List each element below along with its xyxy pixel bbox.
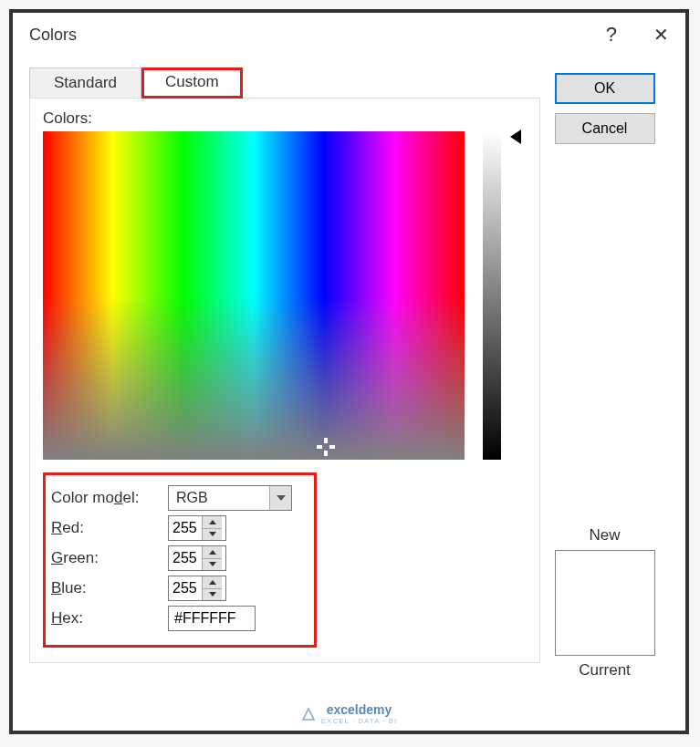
tab-standard[interactable]: Standard	[29, 67, 141, 98]
red-label: Red:	[51, 519, 168, 537]
logo-icon	[301, 707, 316, 721]
spinner-down-icon[interactable]	[203, 559, 222, 571]
color-model-value: RGB	[169, 490, 269, 506]
cancel-button[interactable]: Cancel	[555, 113, 655, 144]
watermark: exceldemy EXCEL · DATA · BI	[13, 702, 685, 725]
chevron-down-icon[interactable]	[269, 486, 291, 510]
spinner-up-icon[interactable]	[203, 546, 222, 559]
luminance-slider[interactable]	[483, 131, 501, 460]
current-label: Current	[555, 661, 655, 680]
spinner-down-icon[interactable]	[203, 529, 222, 541]
blue-row: Blue:	[51, 576, 305, 601]
red-row: Red:	[51, 515, 305, 541]
watermark-brand: exceldemy	[327, 702, 392, 717]
spinner-up-icon[interactable]	[203, 516, 222, 529]
red-spinner[interactable]	[168, 515, 226, 541]
hex-label: Hex:	[51, 609, 168, 628]
colors-label: Colors:	[43, 109, 527, 128]
color-model-select[interactable]: RGB	[168, 485, 292, 511]
help-button[interactable]: ?	[606, 23, 617, 47]
green-label: Green:	[51, 549, 168, 567]
blue-label: Blue:	[51, 579, 168, 597]
right-panel: OK Cancel New Current	[540, 57, 669, 680]
tab-panel-custom: Colors: Color model:	[29, 98, 540, 663]
color-model-row: Color model: RGB	[51, 485, 305, 511]
green-spinner[interactable]	[168, 545, 226, 571]
dialog-body: Standard Custom Colors:	[13, 57, 685, 696]
dialog-window: Colors ? ✕ Standard Custom Colors:	[9, 9, 689, 734]
new-label: New	[555, 526, 655, 545]
close-button[interactable]: ✕	[653, 24, 669, 46]
red-input[interactable]	[169, 516, 202, 540]
color-preview: New Current	[555, 526, 655, 680]
colors-dialog: Colors ? ✕ Standard Custom Colors:	[13, 13, 685, 696]
hue-saturation-picker[interactable]	[43, 131, 465, 460]
preview-swatch	[555, 550, 655, 656]
picker-crosshair	[317, 438, 335, 456]
dialog-title: Colors	[29, 26, 77, 45]
watermark-sub: EXCEL · DATA · BI	[321, 717, 398, 725]
spinner-down-icon[interactable]	[203, 589, 222, 601]
blue-input[interactable]	[169, 576, 202, 600]
tab-strip: Standard Custom	[29, 67, 540, 98]
color-picker-row	[43, 131, 527, 460]
spinner-up-icon[interactable]	[203, 576, 222, 589]
blue-spinner[interactable]	[168, 576, 226, 601]
hex-input[interactable]	[168, 606, 256, 631]
green-input[interactable]	[169, 546, 202, 570]
luminance-indicator[interactable]	[510, 130, 521, 144]
ok-button[interactable]: OK	[555, 73, 655, 104]
tab-custom[interactable]: Custom	[141, 67, 243, 99]
green-row: Green:	[51, 545, 305, 571]
titlebar: Colors ? ✕	[13, 13, 685, 57]
color-model-label: Color model:	[51, 489, 168, 507]
color-fields-group: Color model: RGB Red:	[43, 472, 317, 648]
hex-row: Hex:	[51, 606, 305, 631]
left-panel: Standard Custom Colors:	[29, 57, 540, 680]
